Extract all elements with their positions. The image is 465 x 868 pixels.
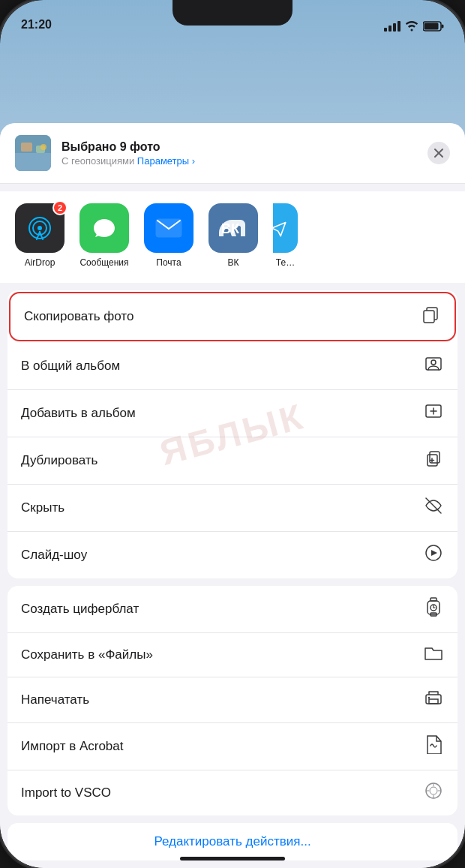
shared-album-icon — [423, 354, 444, 378]
print-icon — [423, 689, 444, 711]
status-time: 21:20 — [21, 18, 52, 32]
header-title: Выбрано 9 фото — [62, 140, 417, 154]
action-watchface[interactable]: Создать циферблат — [8, 586, 458, 633]
telegram-label: Те… — [276, 257, 295, 268]
vsco-icon — [423, 782, 444, 804]
phone-frame: 21:20 ЯБЛЫК — [0, 0, 465, 868]
svg-point-40 — [428, 697, 430, 698]
shared-album-label: В общий альбом — [21, 359, 120, 374]
app-item-mail[interactable]: Почта — [144, 203, 194, 268]
params-link[interactable]: Параметры › — [137, 155, 195, 167]
action-vsco[interactable]: Import to VSCO — [8, 770, 458, 815]
status-icons — [384, 21, 444, 32]
add-album-label: Добавить в альбом — [21, 406, 136, 421]
slideshow-icon — [423, 543, 444, 567]
apps-section: 2 AirDrop — [0, 191, 465, 283]
svg-point-7 — [40, 144, 46, 150]
svg-point-17 — [273, 216, 292, 241]
svg-point-21 — [431, 360, 436, 365]
actions-section-1: Скопировать фото В общий альбом — [8, 290, 458, 578]
app-item-airdrop[interactable]: 2 AirDrop — [15, 203, 64, 268]
messages-icon — [80, 203, 129, 253]
airdrop-label: AirDrop — [25, 257, 56, 268]
close-button[interactable] — [428, 142, 450, 164]
messages-icon-wrapper — [80, 203, 129, 253]
slideshow-label: Слайд-шоу — [21, 548, 87, 563]
app-item-vk[interactable]: ВК ВК — [208, 203, 258, 268]
airdrop-icon-wrapper: 2 — [15, 203, 64, 253]
print-label: Напечатать — [21, 692, 89, 707]
header-text: Выбрано 9 фото С геопозициями Параметры … — [62, 140, 417, 167]
watchface-label: Создать циферблат — [21, 602, 139, 617]
notch — [172, 0, 292, 26]
action-add-album[interactable]: Добавить в альбом — [8, 390, 458, 437]
action-duplicate[interactable]: Дублировать — [8, 437, 458, 485]
svg-marker-31 — [431, 550, 437, 556]
action-hide[interactable]: Скрыть — [8, 485, 458, 532]
svg-point-14 — [38, 226, 42, 230]
vk-icon-wrapper: ВК — [208, 203, 258, 253]
home-indicator[interactable] — [180, 857, 285, 860]
action-shared-album[interactable]: В общий альбом — [8, 343, 458, 390]
svg-rect-19 — [424, 311, 434, 323]
signal-icon — [384, 21, 400, 32]
hide-icon — [423, 496, 444, 520]
svg-text:ВК: ВК — [221, 221, 240, 236]
copy-photo-icon — [420, 305, 441, 329]
screen: 21:20 ЯБЛЫК — [0, 0, 465, 868]
telegram-icon — [273, 203, 298, 253]
duplicate-icon — [423, 449, 444, 473]
copy-photo-label: Скопировать фото — [24, 309, 134, 324]
svg-rect-1 — [442, 25, 444, 29]
svg-rect-33 — [430, 598, 436, 601]
airdrop-badge: 2 — [52, 200, 68, 215]
edit-actions-label: Редактировать действия... — [154, 834, 310, 848]
share-container: Выбрано 9 фото С геопозициями Параметры … — [0, 123, 465, 868]
actions-section-2: Создать циферблат — [8, 586, 458, 815]
subtitle-geo: С геопозициями — [62, 155, 134, 167]
save-files-icon — [423, 644, 444, 665]
mail-icon — [144, 203, 194, 253]
app-item-messages[interactable]: Сообщения — [80, 203, 129, 268]
vk-icon: ВК — [208, 203, 258, 253]
share-header: Выбрано 9 фото С геопозициями Параметры … — [0, 123, 465, 184]
app-item-telegram[interactable]: Те… — [273, 203, 298, 268]
apps-row: 2 AirDrop — [15, 203, 450, 268]
acrobat-label: Импорт в Acrobat — [21, 739, 124, 754]
mail-label: Почта — [156, 257, 181, 268]
save-files-label: Сохранить в «Файлы» — [21, 647, 153, 662]
telegram-icon-wrapper — [273, 203, 298, 253]
action-slideshow[interactable]: Слайд-шоу — [8, 532, 458, 578]
vsco-label: Import to VSCO — [21, 785, 111, 800]
vk-label: ВК — [228, 257, 239, 268]
header-thumbnail — [15, 135, 51, 171]
action-acrobat[interactable]: Импорт в Acrobat — [8, 723, 458, 770]
header-subtitle: С геопозициями Параметры › — [62, 155, 417, 167]
hide-label: Скрыть — [21, 500, 64, 515]
share-sheet: Выбрано 9 фото С геопозициями Параметры … — [0, 123, 465, 868]
messages-label: Сообщения — [80, 257, 128, 268]
watchface-icon — [423, 597, 444, 621]
add-album-icon — [423, 401, 444, 425]
svg-rect-39 — [429, 699, 438, 704]
action-copy-photo[interactable]: Скопировать фото — [9, 292, 456, 341]
duplicate-label: Дублировать — [21, 453, 98, 468]
battery-icon — [423, 21, 444, 32]
wifi-icon — [405, 21, 418, 32]
svg-point-42 — [430, 787, 437, 794]
svg-rect-5 — [21, 143, 32, 152]
edit-actions[interactable]: Редактировать действия... — [8, 823, 458, 860]
mail-icon-wrapper — [144, 203, 194, 253]
svg-rect-2 — [424, 23, 439, 30]
action-save-files[interactable]: Сохранить в «Файлы» — [8, 633, 458, 677]
acrobat-icon — [423, 734, 444, 758]
action-print[interactable]: Напечатать — [8, 677, 458, 723]
svg-rect-25 — [430, 452, 440, 463]
svg-rect-4 — [15, 153, 51, 171]
